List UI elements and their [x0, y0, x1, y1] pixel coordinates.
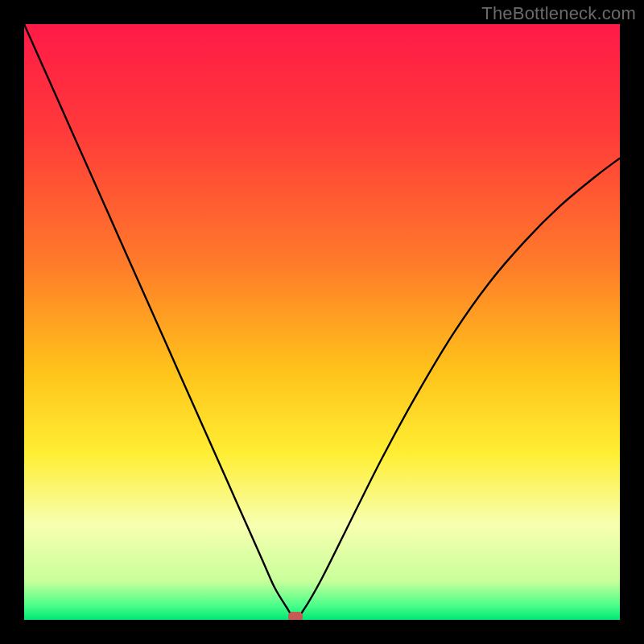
chart-frame: TheBottleneck.com [0, 0, 644, 644]
bottleneck-curve [24, 24, 620, 619]
curve-layer [24, 24, 620, 620]
plot-area [24, 24, 620, 620]
minimum-marker [288, 612, 303, 620]
watermark-text: TheBottleneck.com [481, 3, 636, 24]
